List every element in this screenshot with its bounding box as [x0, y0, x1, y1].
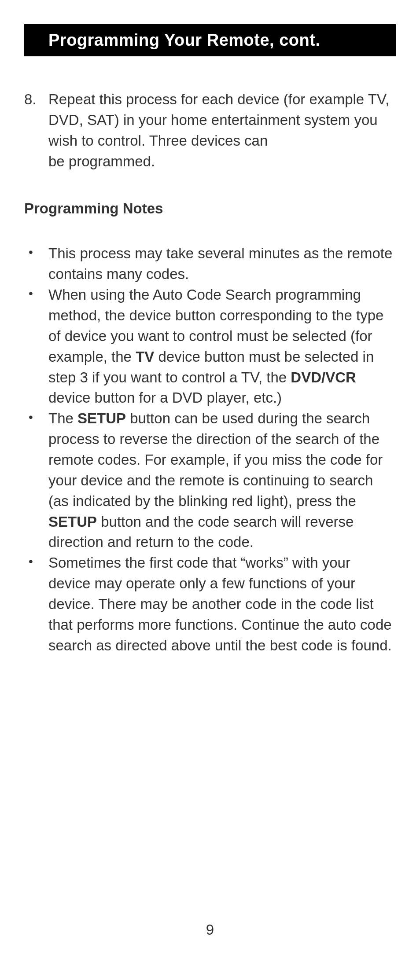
text-segment: SETUP	[48, 514, 97, 530]
bullet-text: When using the Auto Code Search programm…	[48, 285, 396, 408]
bullet-item: •Sometimes the first code that “works” w…	[24, 553, 396, 656]
bullet-marker: •	[24, 285, 48, 408]
text-segment: This process may take several minutes as…	[48, 245, 392, 282]
text-segment: TV	[136, 349, 154, 365]
text-segment: DVD/VCR	[291, 369, 356, 385]
bullet-text: The SETUP button can be used during the …	[48, 408, 396, 553]
bullet-text: Sometimes the first code that “works” wi…	[48, 553, 396, 656]
bullet-item: •The SETUP button can be used during the…	[24, 408, 396, 553]
text-segment: SETUP	[77, 410, 126, 426]
bullet-marker: •	[24, 553, 48, 656]
text-segment: The	[48, 410, 77, 426]
text-segment: device button for a DVD player, etc.)	[48, 389, 282, 406]
page-number: 9	[0, 921, 420, 938]
page-content: 8. Repeat this process for each device (…	[24, 89, 396, 656]
bullet-item: •This process may take several minutes a…	[24, 243, 396, 285]
item-text: Repeat this process for each device (for…	[48, 89, 396, 172]
text-segment: Sometimes the first code that “works” wi…	[48, 554, 392, 653]
page-header: Programming Your Remote, cont.	[24, 24, 396, 56]
section-title: Programming Notes	[24, 200, 396, 217]
numbered-list-item: 8. Repeat this process for each device (…	[24, 89, 396, 172]
bullet-text: This process may take several minutes as…	[48, 243, 396, 285]
bullet-list: •This process may take several minutes a…	[24, 243, 396, 656]
page-title: Programming Your Remote, cont.	[48, 31, 396, 50]
item-number: 8.	[24, 89, 48, 172]
item-text-line2: be programmed.	[48, 153, 155, 169]
bullet-marker: •	[24, 243, 48, 285]
bullet-item: •When using the Auto Code Search program…	[24, 285, 396, 408]
bullet-marker: •	[24, 408, 48, 553]
item-text-line1: Repeat this process for each device (for…	[48, 91, 389, 149]
